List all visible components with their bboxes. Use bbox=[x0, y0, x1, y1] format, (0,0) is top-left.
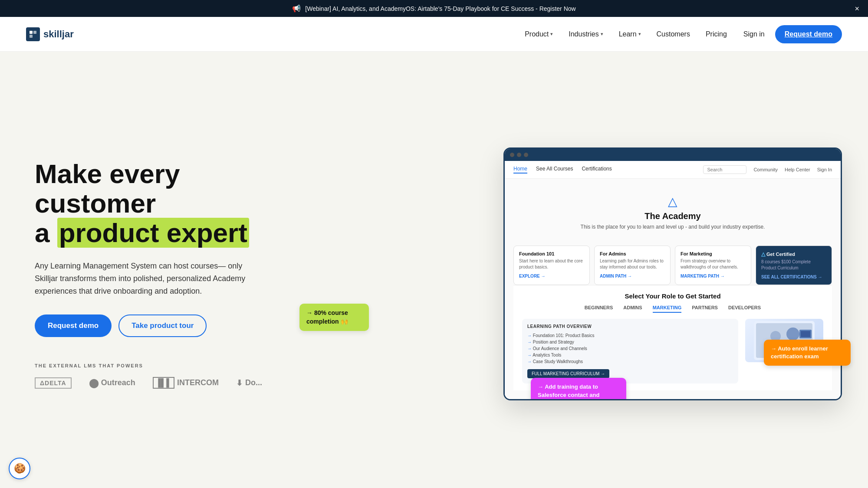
certified-link[interactable]: SEE ALL CERTIFICATIONS → bbox=[761, 275, 826, 279]
product-tour-button[interactable]: Take product tour bbox=[118, 314, 207, 337]
course-card-admins: For Admins Learning path for Admins role… bbox=[594, 246, 671, 285]
admins-title: For Admins bbox=[600, 251, 665, 256]
signin-link[interactable]: Sign in bbox=[736, 27, 772, 42]
screenshot-nav-certifications[interactable]: Certifications bbox=[582, 166, 612, 174]
float-completion-badge: → 80% course completion 🙌 bbox=[299, 304, 369, 331]
course-card-foundation: Foundation 101 Start here to learn about… bbox=[513, 246, 590, 285]
academy-triangle-icon: △ bbox=[513, 194, 832, 209]
certified-title: △ Get Certified bbox=[761, 251, 826, 257]
svg-rect-2 bbox=[30, 35, 33, 38]
lp-item-4: Case Study Walkthroughs bbox=[527, 358, 733, 365]
admins-desc: Learning path for Admins roles to stay i… bbox=[600, 258, 665, 270]
learning-path: LEARNING PATH OVERVIEW Foundation 101: P… bbox=[522, 319, 738, 383]
foundation-link[interactable]: EXPLORE → bbox=[519, 274, 584, 278]
svg-rect-10 bbox=[801, 331, 810, 337]
course-cards: Foundation 101 Start here to learn about… bbox=[513, 246, 832, 285]
screenshot-community[interactable]: Community bbox=[753, 167, 778, 172]
announcement-icon: 📢 bbox=[292, 4, 301, 13]
screenshot-nav-courses[interactable]: See All Courses bbox=[536, 166, 573, 174]
request-demo-button[interactable]: Request demo bbox=[35, 314, 112, 337]
logo-text: skilljar bbox=[43, 29, 74, 40]
float-salesforce-badge: → Add training data to Salesforce contac… bbox=[531, 378, 626, 400]
academy-title: The Academy bbox=[513, 211, 832, 221]
intercom-logo: ▐▌▌ INTERCOM bbox=[153, 377, 219, 389]
course-card-certified: △ Get Certified 8 courses $100 Complete … bbox=[756, 246, 832, 285]
product-chevron-icon: ▾ bbox=[550, 31, 553, 37]
float-autoenroll-badge: → Auto enroll learner certification exam bbox=[764, 340, 851, 366]
logo-strip: ΔDELTA ⬤ Outreach ▐▌▌ INTERCOM ⬇ Do... bbox=[35, 377, 295, 389]
nav-pricing[interactable]: Pricing bbox=[700, 27, 733, 42]
role-tab-marketing[interactable]: MARKETING bbox=[653, 305, 682, 313]
screenshot-body: △ The Academy This is the place for you … bbox=[505, 179, 841, 399]
cookie-consent-button[interactable]: 🍪 bbox=[9, 458, 30, 479]
learn-chevron-icon: ▾ bbox=[638, 31, 641, 37]
foundation-desc: Start here to learn about the core produ… bbox=[519, 258, 584, 270]
nav-learn[interactable]: Learn ▾ bbox=[613, 27, 647, 42]
lp-header: LEARNING PATH OVERVIEW bbox=[527, 324, 733, 329]
lms-label: THE EXTERNAL LMS THAT POWERS bbox=[35, 363, 295, 368]
screenshot-titlebar bbox=[505, 149, 841, 161]
nav-product[interactable]: Product ▾ bbox=[519, 27, 559, 42]
foundation-title: Foundation 101 bbox=[519, 251, 584, 256]
lp-item-1: Position and Strategy bbox=[527, 339, 733, 345]
announcement-close-button[interactable]: × bbox=[855, 4, 859, 13]
nav-request-demo-button[interactable]: Request demo bbox=[775, 25, 842, 43]
titlebar-dot-1 bbox=[510, 153, 514, 157]
announcement-bar: 📢 [Webinar] AI, Analytics, and AcademyOS… bbox=[0, 0, 868, 17]
screenshot-nav-links: Home See All Courses Certifications bbox=[513, 166, 612, 174]
generic-logo: ⬇ Do... bbox=[236, 378, 262, 388]
screenshot-nav-right: Community Help Center Sign In bbox=[703, 165, 832, 174]
certified-desc: 8 courses $100 Complete Product Curricul… bbox=[761, 259, 826, 271]
hero-headline: Make every customer a product expert bbox=[35, 159, 295, 248]
svg-rect-0 bbox=[30, 31, 33, 34]
screenshot-nav-home[interactable]: Home bbox=[513, 166, 527, 174]
nav-links: Product ▾ Industries ▾ Learn ▾ Customers… bbox=[519, 27, 733, 42]
outreach-logo: ⬤ Outreach bbox=[89, 378, 135, 388]
admins-link[interactable]: ADMIN PATH → bbox=[600, 274, 665, 278]
logo-icon bbox=[26, 27, 40, 41]
screenshot-signin[interactable]: Sign In bbox=[817, 167, 832, 172]
titlebar-dot-2 bbox=[517, 153, 521, 157]
hero-buttons: Request demo Take product tour bbox=[35, 314, 295, 337]
hero-right: → 80% course completion 🙌 Home See All C… bbox=[312, 147, 842, 400]
delta-logo: ΔDELTA bbox=[35, 377, 72, 389]
academy-hero-inner: △ The Academy This is the place for you … bbox=[513, 187, 832, 239]
marketing-desc: From strategy overview to walkthroughs o… bbox=[681, 258, 746, 270]
main-nav: skilljar Product ▾ Industries ▾ Learn ▾ … bbox=[0, 17, 868, 52]
academy-subtitle: This is the place for you to learn and l… bbox=[513, 224, 832, 230]
hero-subtext: Any Learning Management System can host … bbox=[35, 260, 260, 297]
course-card-marketing: For Marketing From strategy overview to … bbox=[675, 246, 751, 285]
logo[interactable]: skilljar bbox=[26, 27, 74, 41]
role-tab-partners[interactable]: PARTNERS bbox=[692, 305, 718, 313]
titlebar-dot-3 bbox=[524, 153, 528, 157]
role-section: Select Your Role to Get Started BEGINNER… bbox=[513, 285, 832, 390]
hero-highlight: product expert bbox=[57, 218, 249, 248]
hero-section: Make every customer a product expert Any… bbox=[0, 52, 868, 488]
svg-rect-1 bbox=[33, 31, 36, 34]
screenshot-search-input[interactable] bbox=[703, 165, 746, 174]
role-tab-beginners[interactable]: BEGINNERS bbox=[585, 305, 613, 313]
hero-left: Make every customer a product expert Any… bbox=[35, 159, 295, 389]
lp-curriculum-button[interactable]: FULL MARKETING CURRICULUM → bbox=[527, 369, 609, 378]
role-tab-admins[interactable]: ADMINS bbox=[623, 305, 642, 313]
svg-point-7 bbox=[786, 328, 799, 341]
lp-item-3: Analytics Tools bbox=[527, 352, 733, 358]
industries-chevron-icon: ▾ bbox=[601, 31, 603, 37]
role-tab-developers[interactable]: DEVELOPERS bbox=[728, 305, 761, 313]
marketing-link[interactable]: MARKETING PATH → bbox=[681, 274, 746, 278]
announcement-text: [Webinar] AI, Analytics, and AcademyOS: … bbox=[305, 5, 575, 12]
marketing-title: For Marketing bbox=[681, 251, 746, 256]
screenshot-help[interactable]: Help Center bbox=[785, 167, 810, 172]
screenshot-nav: Home See All Courses Certifications Comm… bbox=[505, 161, 841, 179]
lp-item-2: Our Audience and Channels bbox=[527, 345, 733, 352]
role-title: Select Your Role to Get Started bbox=[522, 292, 823, 300]
role-tabs: BEGINNERS ADMINS MARKETING PARTNERS DEVE… bbox=[522, 305, 823, 313]
nav-customers[interactable]: Customers bbox=[651, 27, 696, 42]
lp-item-0: Foundation 101: Product Basics bbox=[527, 332, 733, 339]
nav-industries[interactable]: Industries ▾ bbox=[562, 27, 609, 42]
